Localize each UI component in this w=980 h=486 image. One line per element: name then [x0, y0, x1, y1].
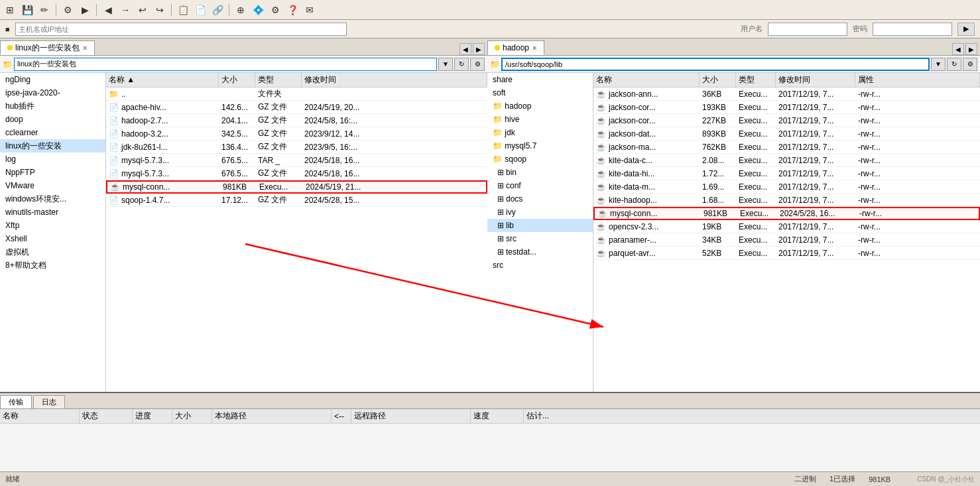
nav-item-xftp[interactable]: Xftp	[0, 219, 105, 232]
doc-icon[interactable]: 📄	[193, 3, 208, 17]
right-col-name[interactable]: 名称	[593, 73, 700, 87]
transfer-tab-transfer[interactable]: 传输	[0, 395, 32, 408]
connect-button[interactable]: ▶	[957, 23, 975, 36]
nav-item-mysql57[interactable]: 📁 mysql5.7	[487, 139, 593, 152]
right-row-kite-data-c[interactable]: ☕kite-data-c... 2.08... Execu... 2017/12…	[593, 154, 980, 167]
right-col-type[interactable]: 类型	[736, 73, 776, 87]
left-row-mysql-gz[interactable]: 📄mysql-5.7.3... 676.5... GZ 文件 2024/5/18…	[106, 167, 487, 180]
right-row-kite-data-hi[interactable]: ☕kite-data-hi... 1.72... Execu... 2017/1…	[593, 167, 980, 180]
right-row-paranamer[interactable]: ☕paranamer-... 34KB Execu... 2017/12/19,…	[593, 233, 980, 247]
left-row-parent[interactable]: 📁.. 文件夹	[106, 88, 487, 101]
clipboard-icon[interactable]: 📋	[176, 3, 190, 17]
left-row-mysql-conn[interactable]: ☕mysql-conn... 981KB Execu... 2024/5/19,…	[106, 180, 487, 194]
left-path-input[interactable]	[14, 58, 437, 71]
play-icon[interactable]: ▶	[78, 3, 92, 17]
right-col-size[interactable]: 大小	[700, 73, 736, 87]
nav-item-docs[interactable]: ⊞ docs	[487, 192, 593, 206]
nav-item-vm[interactable]: 虚拟机	[0, 245, 105, 259]
right-path-input[interactable]	[501, 58, 930, 71]
nav-item-conf[interactable]: ⊞ conf	[487, 179, 593, 192]
left-tab-active[interactable]: linux的一些安装包 ✕	[0, 40, 95, 55]
left-path-btn1[interactable]: ▼	[438, 58, 453, 71]
add-icon[interactable]: ⊕	[233, 3, 248, 17]
right-row-jackson-cor1[interactable]: ☕jackson-cor... 193KB Execu... 2017/12/1…	[593, 101, 980, 114]
back-icon[interactable]: ◀	[101, 3, 115, 17]
left-row-jdk[interactable]: 📄jdk-8u261-l... 136.4... GZ 文件 2023/9/5,…	[106, 141, 487, 154]
left-row-sqoop[interactable]: 📄sqoop-1.4.7... 17.12... GZ 文件 2024/5/28…	[106, 194, 487, 207]
nav-item-help[interactable]: 8+帮助文档	[0, 259, 105, 272]
nav-item-hive[interactable]: 📁 hive	[487, 113, 593, 126]
new-icon[interactable]: ⊞	[3, 3, 17, 17]
left-path-btn2[interactable]: ↻	[454, 58, 469, 71]
left-col-date[interactable]: 修改时间	[302, 73, 487, 87]
nav-item-soft[interactable]: soft	[487, 86, 593, 99]
save-icon[interactable]: 💾	[20, 3, 34, 17]
right-row-opencsv[interactable]: ☕opencsv-2.3... 19KB Execu... 2017/12/19…	[593, 220, 980, 233]
left-row-hadoop32[interactable]: 📄hadoop-3.2... 342.5... GZ 文件 2023/9/12,…	[106, 127, 487, 141]
left-col-name[interactable]: 名称 ▲	[106, 73, 219, 87]
right-col-attr[interactable]: 属性	[855, 73, 980, 87]
nav-item-hadoop[interactable]: 📁 hadoop	[487, 99, 593, 113]
right-next-btn[interactable]: ▶	[965, 43, 977, 55]
right-tab-active[interactable]: hadoop ✕	[487, 40, 544, 55]
diamond-icon[interactable]: 💠	[251, 3, 265, 17]
nav-item-ngding[interactable]: ngDing	[0, 73, 105, 86]
nav-item-src2[interactable]: src	[487, 259, 593, 272]
nav-item-winutils[interactable]: winutils-master	[0, 206, 105, 219]
nav-item-ipse[interactable]: ipse-java-2020-	[0, 86, 105, 99]
nav-item-hub[interactable]: hub插件	[0, 99, 105, 113]
settings-icon[interactable]: ⚙	[60, 3, 75, 17]
right-path-btn1[interactable]: ▼	[931, 58, 946, 71]
right-row-parquet[interactable]: ☕parquet-avr... 52KB Execu... 2017/12/19…	[593, 247, 980, 260]
left-prev-btn[interactable]: ◀	[459, 43, 471, 55]
undo-icon[interactable]: ↩	[135, 3, 150, 17]
host-input[interactable]	[15, 23, 347, 36]
nav-item-vmware[interactable]: VMware	[0, 179, 105, 192]
mail-icon[interactable]: ✉	[302, 3, 317, 17]
right-row-kite-hadoop[interactable]: ☕kite-hadoop... 1.68... Execu... 2017/12…	[593, 194, 980, 207]
nav-item-share[interactable]: share	[487, 73, 593, 86]
left-tab-close[interactable]: ✕	[82, 44, 88, 52]
nav-item-ivy[interactable]: ⊞ ivy	[487, 206, 593, 219]
nav-item-log[interactable]: log	[0, 152, 105, 166]
nav-item-jdk[interactable]: 📁 jdk	[487, 126, 593, 139]
nav-item-doop[interactable]: doop	[0, 113, 105, 126]
edit-icon[interactable]: ✏	[37, 3, 52, 17]
nav-item-xshell[interactable]: Xshell	[0, 232, 105, 245]
left-row-hadoop27[interactable]: 📄hadoop-2.7... 204.1... GZ 文件 2024/5/8, …	[106, 114, 487, 127]
forward-icon[interactable]: →	[118, 3, 133, 17]
nav-item-nppftp[interactable]: NppFTP	[0, 166, 105, 179]
gear-icon[interactable]: ⚙	[268, 3, 282, 17]
nav-item-bin[interactable]: ⊞ bin	[487, 166, 593, 179]
right-row-jackson-ann[interactable]: ☕jackson-ann... 36KB Execu... 2017/12/19…	[593, 88, 980, 101]
left-row-mysql-tar[interactable]: 📄mysql-5.7.3... 676.5... TAR _ 2024/5/18…	[106, 154, 487, 167]
nav-item-testdata[interactable]: ⊞ testdat...	[487, 245, 593, 259]
right-row-kite-data-m[interactable]: ☕kite-data-m... 1.69... Execu... 2017/12…	[593, 180, 980, 194]
left-col-type[interactable]: 类型	[255, 73, 302, 87]
user-input[interactable]	[768, 23, 847, 36]
redo-icon[interactable]: ↪	[153, 3, 167, 17]
left-row-apache-hive[interactable]: 📄apache-hiv... 142.6... GZ 文件 2024/5/19,…	[106, 101, 487, 114]
right-row-mysql-conn[interactable]: ☕mysql-conn... 981KB Execu... 2024/5/28,…	[593, 207, 980, 220]
right-prev-btn[interactable]: ◀	[952, 43, 964, 55]
nav-item-sqoop[interactable]: 📁 sqoop	[487, 152, 593, 166]
nav-item-linux[interactable]: linux的一些安装	[0, 139, 105, 152]
left-col-size[interactable]: 大小	[219, 73, 255, 87]
left-path-btn3[interactable]: ⚙	[470, 58, 485, 71]
nav-item-cclearner[interactable]: cclearner	[0, 126, 105, 139]
right-path-btn3[interactable]: ⚙	[963, 58, 977, 71]
right-path-btn2[interactable]: ↻	[947, 58, 961, 71]
nav-item-windows[interactable]: windows环境安...	[0, 192, 105, 206]
pass-input[interactable]	[873, 23, 952, 36]
right-tab-close[interactable]: ✕	[532, 44, 537, 52]
transfer-tab-log[interactable]: 日志	[33, 395, 65, 408]
help-icon[interactable]: ❓	[285, 3, 300, 17]
link-icon[interactable]: 🔗	[210, 3, 225, 17]
nav-item-lib[interactable]: ⊞ lib	[487, 219, 593, 232]
nav-item-src[interactable]: ⊞ src	[487, 232, 593, 245]
left-next-btn[interactable]: ▶	[473, 43, 485, 55]
right-row-jackson-ma[interactable]: ☕jackson-ma... 762KB Execu... 2017/12/19…	[593, 141, 980, 154]
right-row-jackson-cor2[interactable]: ☕jackson-cor... 227KB Execu... 2017/12/1…	[593, 114, 980, 127]
right-row-jackson-dat[interactable]: ☕jackson-dat... 893KB Execu... 2017/12/1…	[593, 127, 980, 141]
right-col-date[interactable]: 修改时间	[776, 73, 855, 87]
